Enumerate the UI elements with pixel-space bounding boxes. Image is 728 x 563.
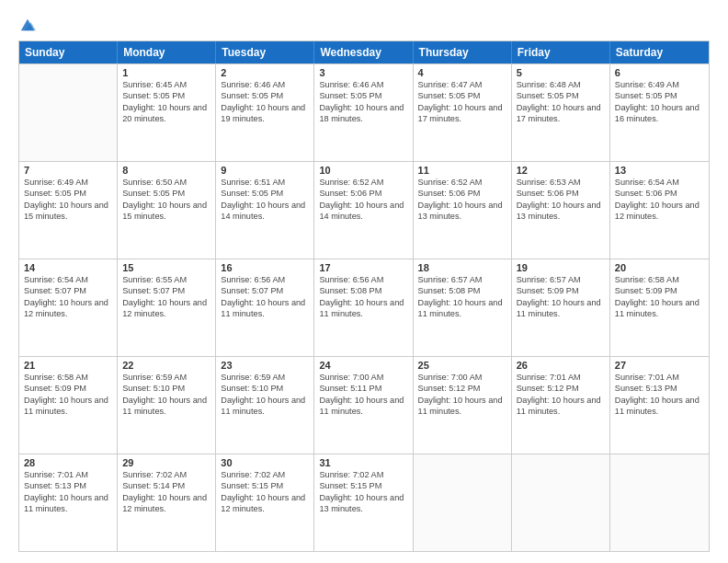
calendar-cell: 25Sunrise: 7:00 AMSunset: 5:12 PMDayligh… [414,357,512,454]
calendar-cell: 22Sunrise: 6:59 AMSunset: 5:10 PMDayligh… [118,357,216,454]
cell-info-line: Sunset: 5:05 PM [615,90,704,101]
day-number: 24 [319,360,407,371]
cell-info-line: Sunset: 5:06 PM [517,188,605,199]
day-number: 16 [221,262,309,273]
calendar-cell: 16Sunrise: 6:56 AMSunset: 5:07 PMDayligh… [216,259,314,356]
cell-info-line: Sunrise: 7:02 AM [319,469,407,480]
day-number: 22 [122,360,210,371]
calendar-cell: 13Sunrise: 6:54 AMSunset: 5:06 PMDayligh… [610,162,709,259]
calendar-cell: 24Sunrise: 7:00 AMSunset: 5:11 PMDayligh… [314,357,413,454]
day-of-week-header: Sunday [19,41,118,63]
cell-info-line: Daylight: 10 hours and 14 minutes. [221,200,309,223]
calendar-cell: 30Sunrise: 7:02 AMSunset: 5:15 PMDayligh… [216,454,314,551]
cell-info-line: Sunset: 5:06 PM [615,188,704,199]
day-number: 4 [418,67,506,78]
cell-info-line: Sunset: 5:09 PM [24,383,112,394]
cell-info-line: Sunrise: 6:56 AM [319,274,407,285]
cell-info-line: Daylight: 10 hours and 17 minutes. [418,102,506,125]
cell-info-line: Sunset: 5:10 PM [122,383,210,394]
calendar-week-row: 28Sunrise: 7:01 AMSunset: 5:13 PMDayligh… [19,454,709,551]
cell-info-line: Daylight: 10 hours and 11 minutes. [418,395,506,418]
cell-info-line: Sunrise: 7:00 AM [319,372,407,383]
cell-info-line: Daylight: 10 hours and 11 minutes. [24,395,112,418]
calendar-week-row: 1Sunrise: 6:45 AMSunset: 5:05 PMDaylight… [19,63,709,161]
day-number: 15 [122,262,210,273]
cell-info-line: Sunset: 5:05 PM [221,90,309,101]
day-number: 19 [517,262,605,273]
page: SundayMondayTuesdayWednesdayThursdayFrid… [0,0,728,563]
day-number: 1 [122,67,210,78]
cell-info-line: Sunrise: 6:46 AM [221,79,309,90]
day-number: 31 [319,457,407,468]
day-number: 9 [221,165,309,176]
cell-info-line: Sunset: 5:08 PM [418,285,506,296]
header [18,17,710,31]
cell-info-line: Daylight: 10 hours and 13 minutes. [517,200,605,223]
day-number: 5 [517,67,605,78]
calendar-cell: 1Sunrise: 6:45 AMSunset: 5:05 PMDaylight… [118,64,216,161]
cell-info-line: Sunrise: 6:57 AM [418,274,506,285]
cell-info-line: Sunrise: 7:02 AM [122,469,210,480]
cell-info-line: Sunset: 5:05 PM [122,90,210,101]
day-number: 14 [24,262,112,273]
cell-info-line: Daylight: 10 hours and 19 minutes. [221,102,309,125]
cell-info-line: Sunset: 5:14 PM [122,480,210,491]
cell-info-line: Daylight: 10 hours and 20 minutes. [122,102,210,125]
cell-info-line: Sunrise: 6:52 AM [418,177,506,188]
cell-info-line: Sunrise: 6:51 AM [221,177,309,188]
cell-info-line: Daylight: 10 hours and 18 minutes. [319,102,407,125]
cell-info-line: Sunset: 5:13 PM [615,383,704,394]
logo [18,17,36,31]
cell-info-line: Sunrise: 6:55 AM [122,274,210,285]
cell-info-line: Sunset: 5:07 PM [122,285,210,296]
day-number: 21 [24,360,112,371]
cell-info-line: Daylight: 10 hours and 15 minutes. [24,200,112,223]
cell-info-line: Sunrise: 6:46 AM [319,79,407,90]
cell-info-line: Sunset: 5:06 PM [319,188,407,199]
day-number: 20 [615,262,704,273]
calendar-cell: 31Sunrise: 7:02 AMSunset: 5:15 PMDayligh… [314,454,413,551]
calendar-cell: 20Sunrise: 6:58 AMSunset: 5:09 PMDayligh… [610,259,709,356]
calendar-cell [19,64,118,161]
cell-info-line: Daylight: 10 hours and 11 minutes. [319,297,407,320]
day-number: 10 [319,165,407,176]
day-of-week-header: Thursday [414,41,512,63]
calendar-cell: 12Sunrise: 6:53 AMSunset: 5:06 PMDayligh… [512,162,610,259]
cell-info-line: Sunset: 5:05 PM [24,188,112,199]
cell-info-line: Sunset: 5:05 PM [517,90,605,101]
cell-info-line: Sunset: 5:09 PM [517,285,605,296]
cell-info-line: Sunset: 5:07 PM [221,285,309,296]
calendar-cell: 10Sunrise: 6:52 AMSunset: 5:06 PMDayligh… [314,162,413,259]
calendar-cell: 21Sunrise: 6:58 AMSunset: 5:09 PMDayligh… [19,357,118,454]
logo-icon [19,17,36,33]
calendar-cell: 26Sunrise: 7:01 AMSunset: 5:12 PMDayligh… [512,357,610,454]
calendar-cell: 14Sunrise: 6:54 AMSunset: 5:07 PMDayligh… [19,259,118,356]
day-of-week-header: Friday [512,41,610,63]
day-number: 29 [122,457,210,468]
cell-info-line: Sunset: 5:08 PM [319,285,407,296]
cell-info-line: Sunset: 5:05 PM [418,90,506,101]
cell-info-line: Sunset: 5:13 PM [24,480,112,491]
cell-info-line: Daylight: 10 hours and 12 minutes. [24,297,112,320]
cell-info-line: Sunset: 5:12 PM [418,383,506,394]
cell-info-line: Daylight: 10 hours and 17 minutes. [517,102,605,125]
cell-info-line: Sunset: 5:05 PM [319,90,407,101]
cell-info-line: Sunrise: 6:56 AM [221,274,309,285]
cell-info-line: Daylight: 10 hours and 13 minutes. [319,492,407,515]
cell-info-line: Daylight: 10 hours and 15 minutes. [122,200,210,223]
calendar-header-row: SundayMondayTuesdayWednesdayThursdayFrid… [19,41,709,63]
cell-info-line: Sunrise: 6:59 AM [221,372,309,383]
cell-info-line: Daylight: 10 hours and 11 minutes. [517,395,605,418]
cell-info-line: Sunrise: 6:53 AM [517,177,605,188]
calendar-cell: 23Sunrise: 6:59 AMSunset: 5:10 PMDayligh… [216,357,314,454]
cell-info-line: Sunset: 5:15 PM [221,480,309,491]
cell-info-line: Sunset: 5:07 PM [24,285,112,296]
cell-info-line: Sunrise: 6:49 AM [24,177,112,188]
day-number: 13 [615,165,704,176]
cell-info-line: Daylight: 10 hours and 11 minutes. [319,395,407,418]
calendar-cell: 9Sunrise: 6:51 AMSunset: 5:05 PMDaylight… [216,162,314,259]
day-number: 12 [517,165,605,176]
cell-info-line: Daylight: 10 hours and 11 minutes. [615,297,704,320]
calendar-cell [610,454,709,551]
day-number: 30 [221,457,309,468]
